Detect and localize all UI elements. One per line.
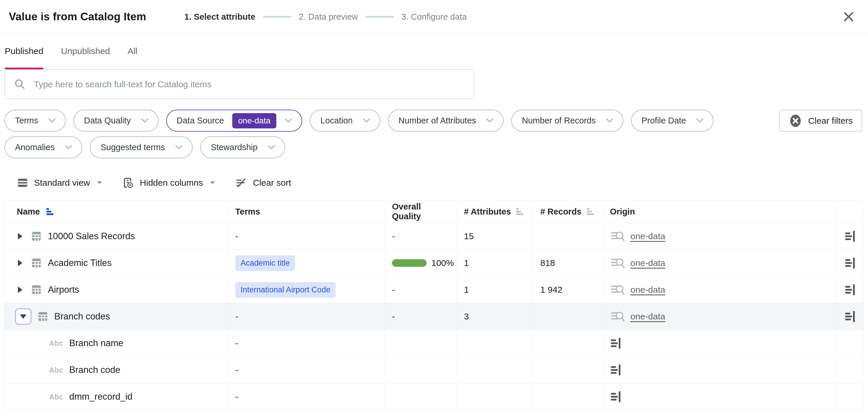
row-detail-icon[interactable] <box>844 257 857 269</box>
sort-icon <box>516 207 524 216</box>
filter-section: TermsData QualityData Sourceone-dataLoca… <box>4 110 862 158</box>
column-header-label: Origin <box>610 207 635 216</box>
records-count: 818 <box>540 258 555 268</box>
records-count-cell: 818 <box>533 250 603 276</box>
view-selector-label: Standard view <box>34 178 90 188</box>
tab-unpublished[interactable]: Unpublished <box>61 46 110 69</box>
attribute-name: Branch code <box>69 365 120 375</box>
filter-chip-suggested-terms[interactable]: Suggested terms <box>90 136 192 158</box>
name-cell: Abcdmm_record_id <box>4 383 228 410</box>
row-detail-cell[interactable] <box>837 303 864 330</box>
records-count: 1 942 <box>540 285 562 295</box>
data-source-icon <box>610 257 625 269</box>
empty-value: - <box>392 285 395 295</box>
records-count-cell <box>533 303 603 330</box>
chevron-down-icon <box>268 145 275 150</box>
filter-chip-anomalies[interactable]: Anomalies <box>4 136 82 158</box>
filter-chip-data-quality[interactable]: Data Quality <box>73 110 159 131</box>
profile-detail-icon[interactable] <box>610 390 622 403</box>
attributes-count-cell <box>457 330 533 356</box>
clear-sort-icon <box>235 177 247 189</box>
origin-link[interactable]: one-data <box>630 231 665 241</box>
term-pill[interactable]: Academic title <box>235 255 295 271</box>
table-row-branch-code[interactable]: AbcBranch code- <box>4 357 864 383</box>
chevron-down-icon <box>141 118 149 123</box>
origin-link[interactable]: one-data <box>630 258 665 268</box>
terms-cell: - <box>228 383 385 410</box>
term-pill[interactable]: International Airport Code <box>235 282 336 298</box>
filter-chip-label: Stewardship <box>211 143 258 152</box>
search-input[interactable] <box>34 79 465 89</box>
column-header-label: # Records <box>540 207 581 216</box>
tab-published[interactable]: Published <box>5 46 43 69</box>
filter-chip-stewardship[interactable]: Stewardship <box>200 136 285 158</box>
overall-quality-cell: - <box>385 276 457 303</box>
origin-cell <box>603 357 837 383</box>
row-detail-icon[interactable] <box>844 283 857 296</box>
filter-chip-number-of-attributes[interactable]: Number of Attributes <box>388 110 504 131</box>
data-source-icon <box>610 283 625 296</box>
chevron-down-icon <box>65 145 72 150</box>
table-row-airports[interactable]: AirportsInternational Airport Code-11 94… <box>4 276 864 303</box>
catalog-items-table: NameTermsOverall Quality# Attributes# Re… <box>4 200 864 412</box>
catalog-item-name: Airports <box>48 285 79 295</box>
table-row-branch-name[interactable]: AbcBranch name- <box>4 330 864 357</box>
records-count-cell <box>533 357 603 383</box>
table-row-dmm-record-id[interactable]: Abcdmm_record_id- <box>4 383 864 410</box>
filter-chip-location[interactable]: Location <box>310 110 380 131</box>
view-selector[interactable]: Standard view <box>17 177 103 188</box>
attributes-count: 3 <box>464 312 469 322</box>
wizard-step-1: 1. Select attribute <box>184 12 255 22</box>
expand-button[interactable] <box>15 258 25 268</box>
filter-chip-number-of-records[interactable]: Number of Records <box>511 110 623 131</box>
collapse-button[interactable] <box>15 308 31 325</box>
row-detail-icon[interactable] <box>844 310 857 323</box>
attribute-name: Branch name <box>69 338 123 349</box>
catalog-item-name: Academic Titles <box>48 258 112 268</box>
row-detail-icon[interactable] <box>844 230 857 243</box>
tab-all[interactable]: All <box>128 46 137 69</box>
column-header--records[interactable]: # Records <box>533 200 603 223</box>
triangle-down-icon <box>20 314 27 319</box>
triangle-right-icon <box>17 286 23 294</box>
filter-chips-row-1: TermsData QualityData Sourceone-dataLoca… <box>4 110 772 131</box>
close-button[interactable] <box>840 8 858 26</box>
clear-filters-button[interactable]: Clear filters <box>779 110 862 131</box>
expand-button[interactable] <box>15 231 25 241</box>
partial-row <box>4 410 864 412</box>
row-detail-cell[interactable] <box>837 250 864 276</box>
filter-chip-label: Data Quality <box>84 116 131 125</box>
column-header-label: Overall Quality <box>392 202 450 221</box>
clear-sort-button[interactable]: Clear sort <box>235 177 291 189</box>
attributes-count-cell: 1 <box>457 276 533 303</box>
column-header-name[interactable]: Name <box>4 200 228 223</box>
caret-down-icon <box>96 181 103 185</box>
hidden-columns-icon <box>122 177 134 189</box>
filter-chip-terms[interactable]: Terms <box>4 110 66 131</box>
filter-chip-data-source[interactable]: Data Sourceone-data <box>166 110 303 131</box>
row-detail-cell[interactable] <box>837 276 864 303</box>
table-row-academic-titles[interactable]: Academic TitlesAcademic title100%1818one… <box>4 250 864 276</box>
table-row-branch-codes[interactable]: Branch codes--3one-data <box>4 303 864 330</box>
sort-icon <box>586 207 595 216</box>
terms-cell: Academic title <box>228 250 385 276</box>
chevron-down-icon <box>284 118 292 123</box>
profile-detail-icon[interactable] <box>610 363 622 377</box>
hidden-columns-menu[interactable]: Hidden columns <box>122 177 216 189</box>
expand-button[interactable] <box>15 285 25 295</box>
row-detail-cell[interactable] <box>837 223 864 249</box>
chevron-down-icon <box>486 118 494 123</box>
overall-quality-cell <box>385 357 457 383</box>
name-cell: AbcBranch name <box>4 330 228 356</box>
empty-value: - <box>235 392 238 402</box>
filter-chip-profile-date[interactable]: Profile Date <box>631 110 714 131</box>
origin-cell: one-data <box>603 303 837 330</box>
table-row-10000-sales-records[interactable]: 10000 Sales Records--15one-data <box>4 223 864 250</box>
attributes-count: 1 <box>464 285 469 295</box>
overall-quality-cell: - <box>385 303 457 330</box>
origin-link[interactable]: one-data <box>630 285 665 295</box>
chevron-down-icon <box>175 145 183 150</box>
profile-detail-icon[interactable] <box>610 337 622 350</box>
origin-link[interactable]: one-data <box>630 312 665 322</box>
column-header--attributes[interactable]: # Attributes <box>457 200 533 223</box>
